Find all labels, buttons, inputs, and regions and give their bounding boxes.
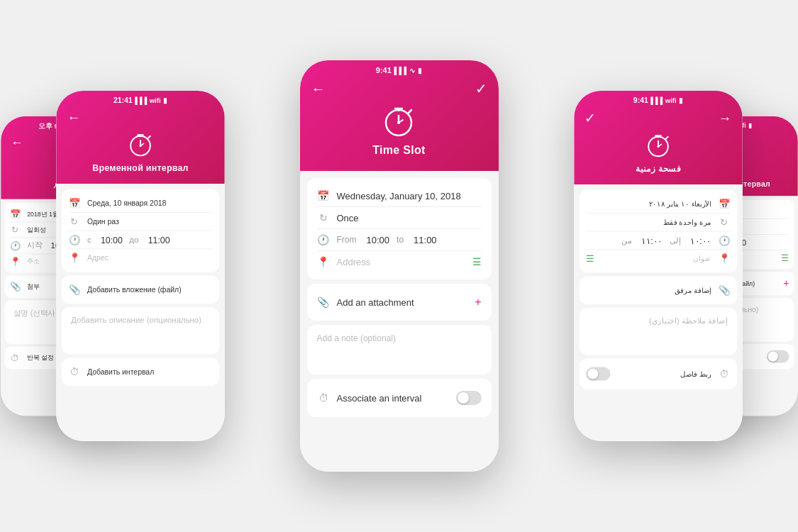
interval-text-arabic: ربط فاصل bbox=[617, 370, 711, 378]
scene: 오후 9:41 ▐▐▐ wifi ▮ ← bbox=[9, 11, 789, 521]
phone-content-russian1: 📅 Среда, 10 января 2018 ↻ Один раз 🕐 с 1… bbox=[56, 184, 225, 441]
status-icons-center: ▐▐▐ ∿ ▮ bbox=[392, 67, 422, 74]
interval-toggle-russian2[interactable] bbox=[766, 350, 789, 363]
interval-row-russian1: ⏱ Добавить интервал bbox=[68, 363, 212, 381]
to-label-c: to bbox=[397, 235, 404, 245]
time-row-center: 🕐 From 10:00 to 11:00 bbox=[317, 229, 482, 251]
interval-card-arabic: ⏱ ربط فاصل bbox=[579, 358, 736, 389]
svg-line-27 bbox=[665, 137, 667, 139]
interval-toggle-center[interactable] bbox=[456, 391, 482, 405]
list-icon-a: ☰ bbox=[586, 253, 594, 264]
battery-icon-r2: ▮ bbox=[748, 121, 752, 128]
recurrence-icon-a: ↻ bbox=[718, 217, 730, 228]
address-text-center: Address bbox=[337, 257, 465, 267]
date-text-center: Wednesday, January 10, 2018 bbox=[337, 191, 482, 201]
svg-line-13 bbox=[148, 136, 150, 138]
date-row-russian1: 📅 Среда, 10 января 2018 bbox=[68, 194, 212, 213]
phone-center: 9:41 ▐▐▐ ∿ ▮ ← ✓ bbox=[300, 60, 499, 472]
list-icon-c: ☰ bbox=[472, 256, 482, 267]
status-bar-arabic: 9:41 ▐▐▐ wifi ▮ bbox=[622, 91, 694, 107]
date-card-center: 📅 Wednesday, January 10, 2018 ↻ Once 🕐 F… bbox=[307, 178, 492, 279]
interval-text-center: Associate an interval bbox=[337, 393, 449, 404]
time-icon-korean: 🕐 bbox=[9, 240, 21, 250]
attachment-icon-korean: 📎 bbox=[9, 282, 21, 292]
battery-icon-a: ▮ bbox=[679, 96, 683, 104]
time-from-russian1: 10:00 bbox=[100, 235, 122, 245]
wifi-icon-c: ∿ bbox=[409, 67, 415, 74]
recurrence-text-arabic: مرة واحدة فقط bbox=[586, 218, 711, 226]
header-nav-arabic: ✓ → bbox=[574, 107, 743, 131]
time-from-arabic: ١٠:٠٠ bbox=[690, 235, 711, 245]
address-row-center[interactable]: 📍 Address ☰ bbox=[317, 251, 482, 272]
note-text-arabic: إضافة ملاحظة (اختياري) bbox=[649, 316, 728, 325]
phone-header-arabic: 9:41 ▐▐▐ wifi ▮ ✓ → bbox=[574, 91, 743, 184]
back-button-korean[interactable]: ← bbox=[11, 135, 23, 150]
timer-icon-arabic bbox=[644, 131, 672, 160]
timer-icon-wrap-center: Time Slot bbox=[372, 103, 425, 157]
phone-title-russian1: Временной интервал bbox=[92, 163, 188, 173]
interval-toggle-arabic[interactable] bbox=[586, 367, 610, 381]
note-text-russian1: Добавить описание (опционально) bbox=[71, 315, 201, 324]
interval-row-center: ⏱ Associate an interval bbox=[317, 386, 482, 410]
attachment-icon-c: 📎 bbox=[317, 297, 330, 308]
address-icon-a: 📍 bbox=[718, 253, 730, 264]
phone-russian1: 21:41 ▐▐▐ wifi ▮ ← bbox=[56, 91, 225, 441]
attachment-text-arabic: إضافة مرفق bbox=[586, 286, 711, 294]
address-row-arabic[interactable]: 📍 عنوان ☰ bbox=[586, 250, 730, 267]
to-prefix-r1: до bbox=[129, 235, 138, 244]
check-button-center[interactable]: ✓ bbox=[475, 80, 487, 97]
time-row-arabic: 🕐 ١٠:٠٠ إلى ١١:٠٠ من bbox=[586, 232, 730, 250]
status-bar-center: 9:41 ▐▐▐ ∿ ▮ bbox=[365, 60, 433, 77]
recurrence-row-center: ↻ Once bbox=[317, 207, 482, 229]
check-button-arabic[interactable]: ✓ bbox=[584, 110, 596, 126]
recurrence-row-russian1: ↻ Один раз bbox=[68, 213, 212, 231]
note-area-russian1[interactable]: Добавить описание (опционально) bbox=[61, 307, 218, 355]
header-nav-russian1: ← bbox=[56, 107, 225, 131]
phone-title-center: Time Slot bbox=[372, 144, 425, 157]
date-text-russian1: Среда, 10 января 2018 bbox=[87, 199, 212, 207]
timer-icon-wrap-russian1: Временной интервал bbox=[92, 131, 188, 173]
phone-header-russian1: 21:41 ▐▐▐ wifi ▮ ← bbox=[56, 91, 225, 184]
phone-content-center: 📅 Wednesday, January 10, 2018 ↻ Once 🕐 F… bbox=[300, 171, 499, 472]
forward-button-arabic[interactable]: → bbox=[718, 110, 731, 126]
address-icon-c: 📍 bbox=[317, 256, 330, 267]
time-to-label-a: إلى bbox=[669, 235, 680, 245]
recurrence-icon-r1: ↻ bbox=[68, 216, 80, 227]
recurrence-icon-c: ↻ bbox=[317, 212, 330, 223]
date-card-russian1: 📅 Среда, 10 января 2018 ↻ Один раз 🕐 с 1… bbox=[61, 189, 218, 272]
interval-icon-a: ⏱ bbox=[718, 368, 730, 379]
header-nav-center: ← ✓ bbox=[300, 77, 499, 103]
attachment-row-center[interactable]: 📎 Add an attachment + bbox=[317, 291, 482, 314]
time-icon-c: 🕐 bbox=[317, 234, 330, 245]
wifi-icon-a: wifi bbox=[665, 96, 676, 104]
recurrence-icon-korean: ↻ bbox=[9, 225, 21, 235]
calendar-icon-korean: 📅 bbox=[9, 209, 21, 219]
add-icon-r2: + bbox=[783, 278, 789, 289]
status-time-center: 9:41 bbox=[376, 66, 392, 74]
from-prefix-r1: с bbox=[87, 235, 91, 244]
address-text-arabic: عنوان bbox=[602, 254, 711, 262]
interval-card-russian1: ⏱ Добавить интервал bbox=[61, 358, 218, 386]
toggle-knob-russian2 bbox=[767, 352, 777, 362]
list-icon-r2: ☰ bbox=[781, 253, 789, 263]
attachment-row-arabic: 📎 إضافة مرفق bbox=[586, 282, 730, 299]
signal-icon-r1: ▐▐▐ bbox=[132, 96, 146, 104]
calendar-icon-a: 📅 bbox=[718, 199, 730, 209]
interval-text-russian1: Добавить интервал bbox=[87, 367, 212, 375]
address-text-russian1: Адрес bbox=[87, 254, 212, 262]
back-button-russian1[interactable]: ← bbox=[67, 110, 80, 126]
status-bar-russian1: 21:41 ▐▐▐ wifi ▮ bbox=[102, 91, 177, 107]
attachment-card-russian1: 📎 Добавить вложение (файл) bbox=[61, 275, 218, 304]
add-attachment-icon-c[interactable]: + bbox=[475, 296, 481, 309]
address-row-russian1[interactable]: 📍 Адрес bbox=[68, 249, 212, 267]
status-icons-russian1: ▐▐▐ wifi ▮ bbox=[132, 96, 167, 104]
time-to-russian1: 11:00 bbox=[148, 235, 170, 245]
toggle-knob-center bbox=[458, 392, 469, 404]
back-button-center[interactable]: ← bbox=[311, 81, 326, 97]
date-card-arabic: 📅 الأربعاء ١٠ يناير ٢٠١٨ ↻ مرة واحدة فقط… bbox=[579, 190, 736, 273]
note-area-arabic[interactable]: إضافة ملاحظة (اختياري) bbox=[579, 308, 736, 355]
status-icons-arabic: ▐▐▐ wifi ▮ bbox=[648, 96, 682, 104]
time-start-label: 시작 bbox=[27, 240, 42, 251]
attachment-icon-a: 📎 bbox=[718, 285, 730, 296]
note-area-center[interactable]: Add a note (optional) bbox=[307, 325, 492, 375]
